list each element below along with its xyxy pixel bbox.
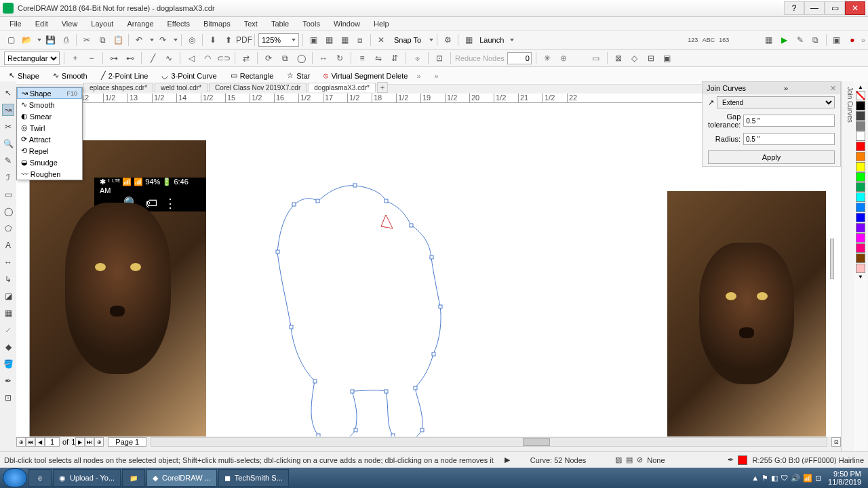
palette-scroll-up[interactable]: ▲: [858, 84, 863, 90]
maximize-button[interactable]: ▭: [825, 1, 845, 15]
import-button[interactable]: ⬇: [206, 33, 220, 47]
flyout-smear[interactable]: ◐ Smear: [17, 110, 82, 122]
undo-button[interactable]: ↶: [132, 33, 146, 47]
open-button[interactable]: 📂: [20, 33, 33, 47]
flyout-attract[interactable]: ⟳ Attract: [17, 134, 82, 145]
color-swatch[interactable]: [856, 111, 865, 121]
no-fill-indicator[interactable]: ⊘: [637, 455, 643, 464]
system-tray[interactable]: ▲ ⚑ ◧ 🛡 🔊 📶 ⊡ 9:50 PM 11/8/2019: [751, 470, 865, 486]
reference-image-right[interactable]: [667, 191, 826, 436]
reduce-nodes-input[interactable]: [507, 52, 532, 64]
close-button[interactable]: ✕: [845, 1, 865, 15]
xd-icon[interactable]: ▣: [660, 52, 674, 65]
zoom-level-combo[interactable]: 125%: [258, 33, 299, 47]
menu-table[interactable]: Table: [266, 19, 294, 28]
color-swatch[interactable]: [856, 101, 865, 110]
menu-help[interactable]: Help: [368, 19, 395, 28]
menu-layout[interactable]: Layout: [85, 19, 119, 28]
outline-color-swatch[interactable]: [738, 455, 747, 465]
reflect-h-button[interactable]: ⇋: [372, 52, 385, 65]
gap-tolerance-input[interactable]: [743, 115, 835, 127]
close-curve-button[interactable]: ◯: [294, 52, 308, 65]
page-current-input[interactable]: [45, 437, 60, 447]
parallel-dim-tool[interactable]: ↔: [2, 256, 14, 268]
color-swatch[interactable]: [856, 162, 865, 171]
color-swatch[interactable]: [856, 223, 865, 232]
preset-2pt-line[interactable]: ╱2-Point Line: [96, 70, 153, 81]
search-content-button[interactable]: ◎: [185, 33, 199, 47]
extract-subpath-button[interactable]: ⧉: [278, 52, 292, 65]
navigator-button[interactable]: ⊡: [831, 437, 841, 447]
paste-button[interactable]: 📋: [111, 33, 125, 47]
publish-pdf-button[interactable]: PDF: [237, 33, 251, 47]
preset-shape[interactable]: ↖Shape: [4, 70, 44, 81]
artistic-media-tool[interactable]: ℐ: [2, 171, 14, 184]
rotate-nodes-button[interactable]: ↻: [333, 52, 347, 65]
menu-effects[interactable]: Effects: [162, 19, 195, 28]
join-mode-select[interactable]: Extend: [717, 96, 835, 108]
extend-curve-button[interactable]: ⟳: [262, 52, 275, 65]
page-add-after-button[interactable]: ⊕: [94, 437, 104, 447]
toolbar-overflow[interactable]: »: [861, 36, 864, 44]
help-context-button[interactable]: ?: [784, 1, 804, 15]
select-all-nodes-button[interactable]: ⊡: [433, 52, 446, 65]
show-guides-button[interactable]: ⧈: [353, 33, 367, 47]
xa-icon[interactable]: ⊠: [612, 52, 625, 65]
show-grid-button[interactable]: ▦: [338, 33, 351, 47]
color-swatch[interactable]: [856, 131, 865, 141]
delete-node-button[interactable]: −: [85, 52, 98, 65]
menu-text[interactable]: Text: [239, 19, 263, 28]
outline-tool[interactable]: ✒: [2, 375, 14, 387]
preset-virtual-segment[interactable]: ⦸Virtual Segment Delete: [319, 70, 412, 81]
xb-icon[interactable]: ◇: [628, 52, 642, 65]
page-next-button[interactable]: ▶: [75, 437, 85, 447]
redo-button[interactable]: ↷: [156, 33, 170, 47]
symmetric-node-button[interactable]: ⊂⊃: [217, 52, 231, 65]
to-line-button[interactable]: ╱: [146, 52, 159, 65]
page-tab-1[interactable]: Page 1: [108, 437, 146, 447]
add-node-button[interactable]: +: [68, 52, 82, 65]
stop-rec-button[interactable]: ▣: [830, 33, 844, 47]
outline-pen-icon[interactable]: ✒: [728, 455, 734, 464]
shape-tool[interactable]: ↝: [2, 104, 14, 116]
color-swatch[interactable]: [856, 253, 865, 263]
flyout-roughen[interactable]: 〰 Roughen: [17, 168, 82, 180]
cusp-node-button[interactable]: ◁: [184, 52, 198, 65]
xc-icon[interactable]: ⊟: [644, 52, 658, 65]
reference-image-left[interactable]: ✱ ᵗ ᴸᵀᴱ 📶 📶 94% 🔋 6:46 AM 🔍 🏷 ⋮: [30, 140, 206, 436]
taskbar-ie[interactable]: e: [28, 469, 52, 487]
preset-overflow-1[interactable]: »: [416, 72, 419, 80]
horizontal-scrollbar[interactable]: [151, 437, 827, 447]
smooth-node-button[interactable]: ◠: [201, 52, 214, 65]
preset-star[interactable]: ☆Star: [282, 70, 315, 81]
drop-shadow-tool[interactable]: ◪: [2, 290, 14, 302]
vertical-scrollbar[interactable]: [830, 239, 834, 279]
page-last-button[interactable]: ⏭: [85, 437, 94, 447]
taskbar-techsmith[interactable]: ◼TechSmith S...: [218, 469, 289, 487]
rectangle-tool[interactable]: ▭: [2, 188, 14, 201]
num-163-icon[interactable]: 163: [717, 33, 731, 47]
tray-icon[interactable]: ⊡: [815, 474, 821, 483]
color-swatch[interactable]: [856, 233, 865, 243]
tray-icon[interactable]: 📶: [803, 474, 812, 483]
elastic-mode-button[interactable]: ⟐: [410, 52, 424, 65]
menu-view[interactable]: View: [56, 19, 83, 28]
color-swatch[interactable]: [856, 182, 865, 192]
join-nodes-button[interactable]: ⊶: [107, 52, 121, 65]
page-first-button[interactable]: ⏮: [26, 437, 35, 447]
color-swatch[interactable]: [856, 142, 865, 151]
reverse-direction-button[interactable]: ⇄: [239, 52, 253, 65]
rec-dot-icon[interactable]: ●: [846, 33, 859, 47]
text-tool[interactable]: A: [2, 239, 14, 251]
preset-rectangle[interactable]: ▭Rectangle: [226, 70, 279, 81]
start-button[interactable]: [3, 468, 27, 487]
color-swatch[interactable]: [856, 213, 865, 222]
save-button[interactable]: 💾: [43, 33, 57, 47]
interactive-fill-tool[interactable]: ◆: [2, 341, 14, 353]
tray-icon[interactable]: ◧: [771, 474, 778, 483]
color-profile-icon[interactable]: ▤: [626, 455, 633, 464]
tray-icon[interactable]: ▲: [751, 474, 759, 482]
snap-off-button[interactable]: ✕: [374, 33, 388, 47]
menu-edit[interactable]: Edit: [30, 19, 54, 28]
menu-arrange[interactable]: Arrange: [121, 19, 159, 28]
